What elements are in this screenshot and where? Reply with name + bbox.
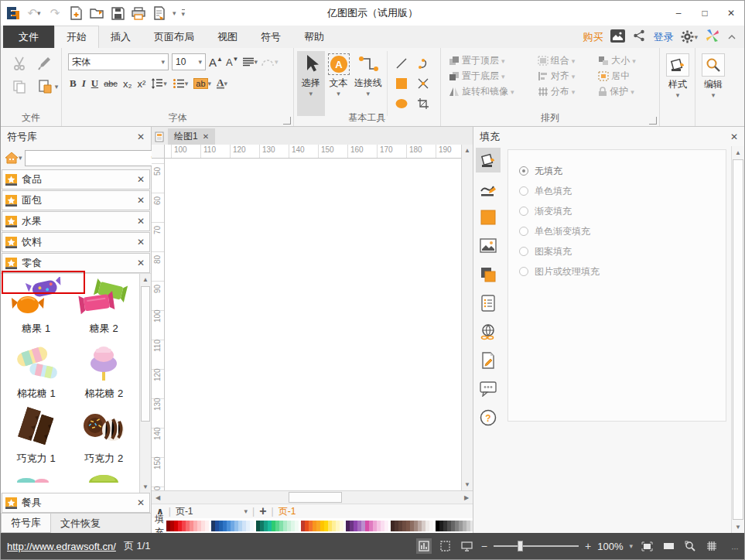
color-swatch[interactable] (340, 521, 343, 531)
select-tool-button[interactable]: 选择 ▾ (297, 51, 325, 116)
fit-page-icon[interactable] (639, 538, 654, 554)
bullet-list-button[interactable]: ▾ (173, 78, 189, 89)
paste-icon[interactable]: ▾ (35, 77, 61, 96)
undo-button[interactable]: ↶▾ (26, 5, 42, 21)
line-style-icon[interactable] (476, 176, 501, 201)
redo-button[interactable]: ↷ (47, 5, 63, 21)
center-button[interactable]: 居中 (598, 70, 651, 83)
fill-option-texture[interactable]: 图片或纹理填充 (519, 261, 726, 282)
zoom-region-icon[interactable] (682, 538, 698, 554)
note-icon[interactable] (476, 291, 501, 316)
fill-option-gradient[interactable]: 渐变填充 (519, 201, 726, 221)
fill-option-single-gradient[interactable]: 单色渐变填充 (519, 221, 726, 241)
subscript-button[interactable]: x₂ (123, 78, 132, 90)
connection-point-tool-icon[interactable] (414, 74, 432, 93)
category-close-icon[interactable]: ✕ (137, 497, 145, 508)
curve-tool-icon[interactable] (414, 54, 432, 73)
grid-toggle-icon[interactable] (704, 538, 719, 554)
font-dialog-launcher-icon[interactable] (283, 117, 291, 125)
page-selector-dropdown-icon[interactable]: ▾ (244, 507, 248, 515)
text-arc-button[interactable]: ▾ (261, 57, 279, 67)
protect-button[interactable]: 保护▾ (598, 85, 651, 98)
home-button[interactable]: ▾ (5, 152, 22, 164)
category-food[interactable]: 食品 ✕ (2, 169, 150, 190)
attachment-note-icon[interactable] (476, 348, 501, 373)
scroll-up-icon[interactable]: ▲ (732, 146, 744, 159)
canvas-vertical-scrollbar[interactable]: ▲ ▼ (461, 145, 473, 490)
close-button[interactable]: ✕ (718, 3, 744, 23)
login-link[interactable]: 登录 (653, 30, 673, 44)
page-selector[interactable]: 页-1 (176, 505, 193, 518)
minimize-button[interactable]: – (665, 3, 692, 23)
category-tableware[interactable]: 餐具 ✕ (2, 493, 150, 513)
fill-panel-scrollbar[interactable]: ▲ ▼ (731, 146, 744, 533)
line-tool-icon[interactable] (392, 54, 411, 73)
symbol-chocolate-1[interactable]: 巧克力 1 (2, 407, 70, 466)
color-swatch[interactable] (295, 521, 299, 531)
bring-to-front-button[interactable]: 置于顶层▾ (449, 54, 530, 67)
category-close-icon[interactable]: ✕ (137, 258, 145, 268)
ellipse-tool-icon[interactable] (392, 94, 411, 113)
radio-icon[interactable] (519, 207, 528, 216)
tab-insert[interactable]: 插入 (99, 26, 142, 48)
new-document-button[interactable] (68, 5, 84, 21)
tab-home[interactable]: 开始 (54, 26, 99, 48)
page-view-icon[interactable] (438, 538, 453, 554)
symbol-candy-1[interactable]: 糖果 1 (2, 277, 70, 336)
tab-help[interactable]: 帮助 (292, 26, 336, 48)
search-input[interactable] (26, 151, 152, 166)
zoom-slider[interactable] (494, 541, 579, 551)
color-swatch[interactable] (384, 521, 388, 531)
symbol-candy-2[interactable]: 糖果 2 (70, 277, 138, 336)
distribute-button[interactable]: 分布▾ (538, 85, 591, 98)
scroll-down-icon[interactable]: ▼ (462, 479, 473, 490)
fill-panel-close-icon[interactable]: ✕ (730, 131, 738, 142)
grow-font-button[interactable]: A▲ (209, 56, 223, 69)
fit-width-icon[interactable] (661, 538, 676, 554)
help-icon[interactable]: ? (476, 405, 501, 430)
add-page-button[interactable]: + (259, 504, 266, 518)
category-close-icon[interactable]: ✕ (137, 237, 145, 248)
fill-option-solid[interactable]: 单色填充 (519, 181, 726, 201)
highlight-color-button[interactable]: ab▾ (193, 78, 211, 89)
comment-icon[interactable] (476, 377, 501, 401)
hyperlink-globe-icon[interactable] (476, 319, 501, 344)
fill-bucket-icon[interactable] (476, 148, 501, 172)
scroll-up-icon[interactable]: ▲ (462, 145, 473, 156)
tab-file-recovery[interactable]: 文件恢复 (51, 514, 110, 533)
strikethrough-button[interactable]: abc (104, 79, 118, 88)
font-name-select[interactable]: 宋体▾ (68, 53, 169, 70)
color-swatch[interactable] (205, 521, 209, 531)
size-button[interactable]: 大小▾ (598, 54, 651, 67)
hscroll-thumb[interactable] (289, 492, 342, 503)
symbol-chocolate-2[interactable]: 巧克力 2 (70, 407, 138, 466)
connector-tool-button[interactable]: 连接线 ▾ (352, 51, 384, 116)
zoom-slider-knob[interactable] (518, 541, 523, 551)
shrink-font-button[interactable]: A▼ (226, 56, 239, 68)
normal-view-icon[interactable] (416, 538, 432, 554)
font-size-select[interactable]: 10▾ (172, 53, 206, 70)
share-icon[interactable] (633, 29, 645, 44)
page-tab-1[interactable]: 页-1 (279, 505, 296, 518)
align-button[interactable]: ▾ (242, 57, 258, 67)
category-close-icon[interactable]: ✕ (137, 174, 145, 185)
zoom-out-button[interactable]: − (481, 540, 487, 552)
zoom-dropdown-icon[interactable]: ▾ (629, 542, 633, 550)
scroll-down-icon[interactable]: ▼ (140, 481, 151, 493)
symbol-marshmallow-2[interactable]: 棉花糖 2 (70, 342, 138, 401)
undo-dropdown[interactable]: ▾ (37, 9, 41, 17)
screenshot-icon[interactable] (610, 29, 625, 45)
category-fruit[interactable]: 水果 ✕ (2, 211, 150, 231)
scrollbar-thumb[interactable] (141, 286, 150, 422)
scroll-up-icon[interactable]: ▲ (140, 274, 151, 285)
send-to-back-button[interactable]: 置于底层▾ (449, 70, 530, 83)
underline-button[interactable]: U (91, 77, 98, 90)
category-close-icon[interactable]: ✕ (137, 216, 145, 227)
cut-icon[interactable] (10, 54, 29, 73)
picture-icon[interactable] (476, 234, 501, 258)
radio-icon[interactable] (519, 247, 528, 256)
export-dropdown[interactable]: ▾ (173, 9, 176, 17)
buy-link[interactable]: 购买 (583, 30, 603, 44)
symbol-library-close-icon[interactable]: ✕ (137, 131, 145, 142)
color-swatch[interactable] (250, 521, 254, 531)
